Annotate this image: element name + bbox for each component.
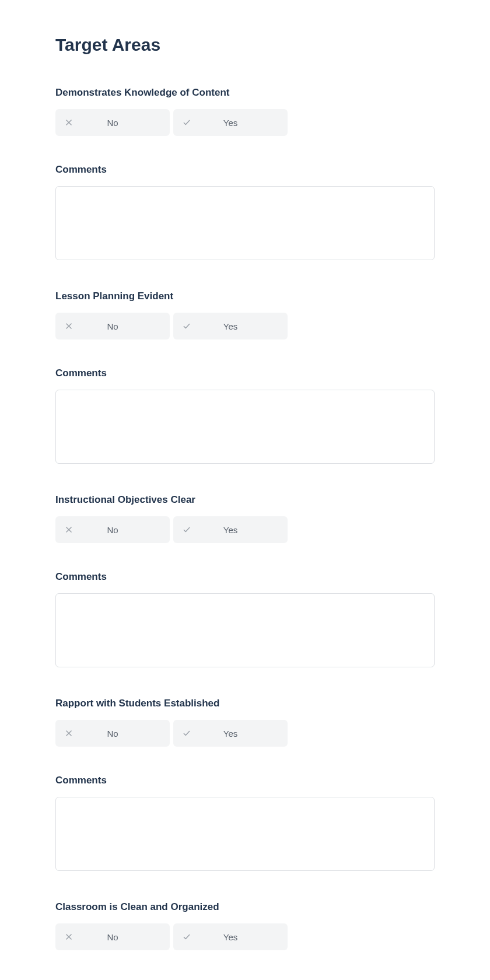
- option-no-button[interactable]: No: [55, 923, 170, 950]
- option-yes-button[interactable]: Yes: [173, 720, 288, 747]
- comments-heading: Comments: [55, 368, 435, 379]
- check-icon: [183, 526, 191, 534]
- option-yes-button[interactable]: Yes: [173, 313, 288, 340]
- page-title: Target Areas: [55, 35, 435, 55]
- option-no-button[interactable]: No: [55, 516, 170, 543]
- option-yes-button[interactable]: Yes: [173, 516, 288, 543]
- check-icon: [183, 729, 191, 737]
- comments-heading: Comments: [55, 571, 435, 583]
- question-heading: Lesson Planning Evident: [55, 290, 435, 302]
- comments-input[interactable]: [55, 390, 435, 464]
- comments-heading: Comments: [55, 164, 435, 176]
- comments-input[interactable]: [55, 797, 435, 871]
- option-yes-button[interactable]: Yes: [173, 923, 288, 950]
- comments-input[interactable]: [55, 593, 435, 667]
- x-icon: [65, 526, 73, 534]
- option-no-button[interactable]: No: [55, 109, 170, 136]
- x-icon: [65, 322, 73, 330]
- check-icon: [183, 118, 191, 127]
- x-icon: [65, 933, 73, 941]
- option-yes-button[interactable]: Yes: [173, 109, 288, 136]
- comments-heading: Comments: [55, 775, 435, 786]
- check-icon: [183, 322, 191, 330]
- question-heading: Demonstrates Knowledge of Content: [55, 87, 435, 99]
- x-icon: [65, 729, 73, 737]
- comments-input[interactable]: [55, 186, 435, 260]
- check-icon: [183, 933, 191, 941]
- x-icon: [65, 118, 73, 127]
- option-no-button[interactable]: No: [55, 313, 170, 340]
- question-heading: Rapport with Students Established: [55, 698, 435, 709]
- question-heading: Classroom is Clean and Organized: [55, 901, 435, 913]
- question-heading: Instructional Objectives Clear: [55, 494, 435, 506]
- option-no-button[interactable]: No: [55, 720, 170, 747]
